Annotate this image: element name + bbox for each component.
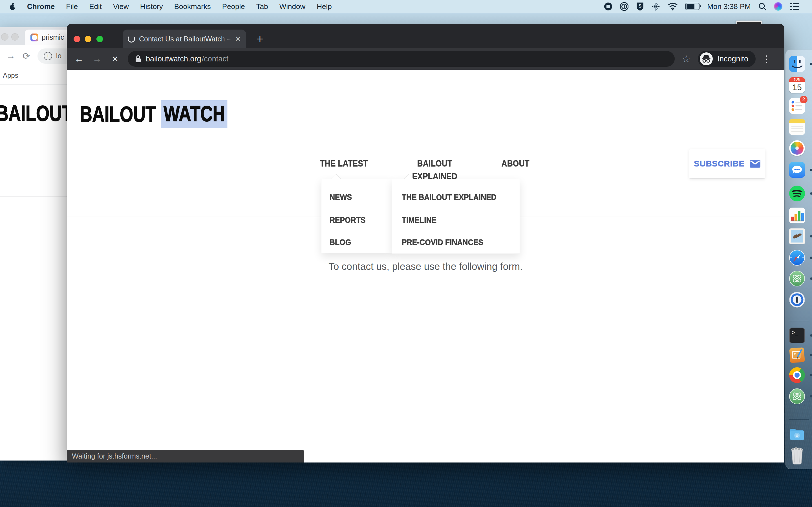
- dock-icon-pixelmator[interactable]: [789, 347, 805, 363]
- browser-toolbar: ← → ✕ bailoutwatch.org /contact ☆ Incogn…: [67, 48, 784, 70]
- background-url-text: lo: [56, 52, 61, 60]
- status-text: Waiting for js.hsforms.net...: [72, 452, 157, 460]
- lock-icon[interactable]: [135, 55, 141, 63]
- background-logo-word: BAILOUT: [0, 101, 67, 126]
- zoom-window-button[interactable]: [96, 36, 103, 42]
- dock-divider: [789, 321, 809, 321]
- running-indicator: [810, 63, 812, 65]
- menu-item-tab[interactable]: Tab: [256, 2, 268, 11]
- shield-icon[interactable]: S: [636, 0, 644, 13]
- dock-icon-terminal[interactable]: >_: [789, 328, 805, 343]
- background-toolbar: → ⟳ i lo: [0, 45, 67, 67]
- dock-icon-reminders[interactable]: 2: [789, 98, 805, 114]
- running-indicator: [810, 374, 812, 376]
- tab-close-icon[interactable]: ✕: [235, 35, 241, 43]
- menu-item-blog[interactable]: BLOG: [329, 237, 351, 248]
- background-address-bar[interactable]: i lo: [38, 48, 67, 64]
- logo-word-watch: WATCH: [161, 100, 227, 128]
- close-window-button[interactable]: [73, 36, 80, 42]
- nav-the-latest[interactable]: THE LATEST: [316, 157, 372, 170]
- browser-menu-icon[interactable]: ⋮: [762, 53, 771, 64]
- background-tab-prismic[interactable]: prismic: [25, 30, 70, 45]
- spotlight-search-icon[interactable]: [758, 0, 766, 13]
- inactive-traffic-light[interactable]: [1, 33, 8, 41]
- dock-icon-1password[interactable]: [789, 292, 805, 307]
- inactive-traffic-light[interactable]: [11, 33, 18, 41]
- dock-icon-downloads[interactable]: [789, 427, 805, 442]
- running-indicator: [810, 192, 812, 194]
- wifi-icon[interactable]: [668, 0, 678, 13]
- nav-bailout-explained[interactable]: BAILOUT EXPLAINED: [393, 157, 477, 170]
- url-host: bailoutwatch.org: [146, 55, 201, 63]
- svg-text:S: S: [639, 4, 642, 8]
- subscribe-button[interactable]: SUBSCRIBE: [689, 149, 765, 178]
- running-indicator: [810, 395, 812, 397]
- address-bar[interactable]: bailoutwatch.org /contact: [128, 51, 675, 67]
- dropdown-the-latest: NEWS REPORTS BLOG: [321, 179, 392, 253]
- menu-item-reports[interactable]: REPORTS: [329, 214, 366, 226]
- dropdown-bailout-explained: THE BAILOUT EXPLAINED TIMELINE PRE-COVID…: [392, 179, 520, 254]
- divider: [0, 196, 67, 196]
- subscribe-label: SUBSCRIBE: [694, 159, 745, 168]
- siri-icon[interactable]: [774, 0, 782, 13]
- prismic-favicon: [31, 34, 38, 41]
- dock-icon-safari[interactable]: [789, 250, 805, 266]
- record-stop-icon[interactable]: [604, 0, 612, 13]
- menu-item-edit[interactable]: Edit: [89, 2, 102, 11]
- browser-tab[interactable]: Contact Us at BailoutWatch – T ✕: [123, 30, 246, 48]
- back-button[interactable]: ←: [72, 54, 86, 64]
- menu-item-help[interactable]: Help: [317, 2, 332, 11]
- site-logo[interactable]: BAILOUTWATCH: [80, 103, 226, 125]
- dock-icon-spotify[interactable]: [789, 186, 805, 202]
- onepassword-menu-icon[interactable]: [620, 0, 628, 13]
- menu-item-view[interactable]: View: [113, 2, 129, 11]
- menu-item-news[interactable]: NEWS: [329, 191, 352, 203]
- page-info-icon[interactable]: i: [44, 52, 52, 60]
- nav-about[interactable]: ABOUT: [498, 157, 533, 170]
- window-titlebar: Contact Us at BailoutWatch – T ✕ +: [67, 24, 784, 48]
- status-tooltip: Waiting for js.hsforms.net...: [67, 450, 304, 462]
- background-browser-window: prismic → ⟳ i lo Apps BAILOUT W: [0, 27, 67, 460]
- menu-item-file[interactable]: File: [66, 2, 78, 11]
- minimize-window-button[interactable]: [85, 36, 91, 42]
- menu-bar: Chrome File Edit View History Bookmarks …: [0, 0, 812, 13]
- dock-icon-mail[interactable]: [789, 228, 805, 244]
- bookmark-apps[interactable]: Apps: [3, 71, 18, 79]
- battery-icon[interactable]: [686, 0, 700, 13]
- new-tab-button[interactable]: +: [253, 33, 266, 45]
- incognito-label: Incognito: [717, 55, 748, 63]
- dock-icon-messages[interactable]: [789, 162, 805, 178]
- menu-item-history[interactable]: History: [140, 2, 163, 11]
- menu-item-pre-covid-finances[interactable]: PRE-COVID FINANCES: [402, 237, 483, 248]
- dock-icon-finder[interactable]: [789, 56, 805, 72]
- running-indicator: [810, 235, 812, 237]
- dock-icon-atom-2[interactable]: [789, 388, 805, 404]
- stop-loading-button[interactable]: ✕: [109, 54, 121, 64]
- reload-icon[interactable]: ⟳: [22, 51, 30, 61]
- menu-item-the-bailout-explained[interactable]: THE BAILOUT EXPLAINED: [402, 191, 497, 203]
- dock-icon-chrome[interactable]: [789, 367, 805, 383]
- dock-icon-notes[interactable]: [789, 119, 805, 135]
- dock-icon-trash[interactable]: [789, 447, 805, 465]
- dock-icon-numbers[interactable]: [789, 208, 805, 223]
- bookmarks-bar: Apps: [0, 67, 67, 84]
- menu-item-people[interactable]: People: [222, 2, 245, 11]
- dock: JUN15 2: [785, 50, 812, 469]
- dock-icon-photos[interactable]: [789, 140, 805, 156]
- forward-button[interactable]: →: [91, 54, 103, 64]
- dock-icon-atom[interactable]: [789, 271, 805, 286]
- bookmark-star-icon[interactable]: ☆: [682, 53, 691, 64]
- apple-menu-icon[interactable]: [9, 0, 16, 13]
- incognito-icon: [700, 52, 713, 65]
- forward-icon[interactable]: →: [6, 51, 15, 61]
- menu-item-timeline[interactable]: TIMELINE: [402, 214, 437, 226]
- bluetooth-icon[interactable]: [652, 0, 660, 13]
- url-path: /contact: [202, 55, 229, 63]
- terminal-glyph: >_: [789, 328, 805, 343]
- menu-app-name[interactable]: Chrome: [27, 2, 55, 11]
- menu-item-window[interactable]: Window: [280, 2, 305, 11]
- notification-center-icon[interactable]: [790, 0, 799, 13]
- menu-bar-clock[interactable]: Mon 3:38 PM: [707, 2, 751, 11]
- dock-icon-calendar[interactable]: JUN15: [789, 77, 805, 93]
- menu-item-bookmarks[interactable]: Bookmarks: [174, 2, 211, 11]
